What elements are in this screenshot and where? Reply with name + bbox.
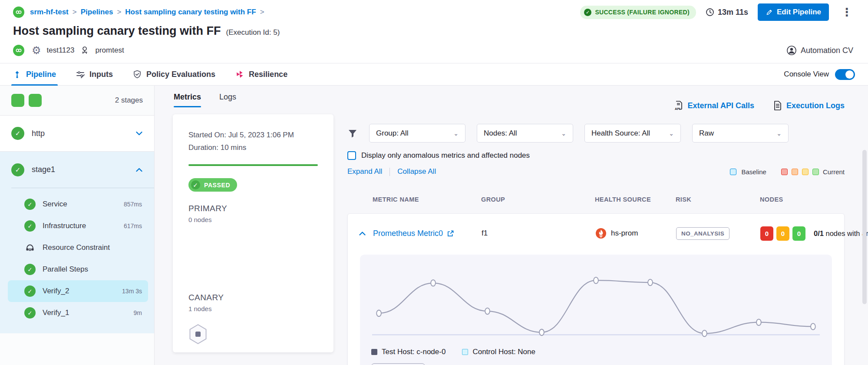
passed-badge: ✓ PASSED xyxy=(188,178,237,192)
stage-name: http xyxy=(32,129,45,138)
canary-label: CANARY xyxy=(188,293,318,302)
console-view-toggle[interactable] xyxy=(835,69,855,80)
group-filter-dropdown[interactable]: Group: All⌄ xyxy=(369,124,465,143)
control-host-swatch xyxy=(462,349,468,355)
stage-status-square xyxy=(29,94,42,107)
stage-row-http[interactable]: ✓ http xyxy=(0,116,154,152)
step-row-resource-constraint[interactable]: Resource Constraint xyxy=(8,237,148,259)
step-label: Infrastructure xyxy=(43,222,86,230)
stage-name: stage1 xyxy=(32,165,55,174)
resilience-icon xyxy=(235,70,244,79)
metric-name-link[interactable]: Prometheus Metric0 xyxy=(373,229,482,238)
metric-group: f1 xyxy=(482,229,595,238)
data-mode-dropdown[interactable]: Raw⌄ xyxy=(692,124,789,143)
baseline-legend-label: Baseline xyxy=(741,168,766,176)
step-row-infrastructure[interactable]: ✓ Infrastructure 617ms xyxy=(8,215,148,237)
breadcrumb-separator: > xyxy=(117,8,121,17)
success-check-icon: ✓ xyxy=(24,264,36,275)
nodes-cell: 0 0 0 0/1 nodes with anomalous metric xyxy=(760,226,868,241)
metrics-panel: API External API Calls Execution Logs Gr… xyxy=(343,86,868,365)
clock-icon xyxy=(706,8,714,17)
console-view-label: Console View xyxy=(784,70,829,79)
steps-list: ✓ Service 857ms ✓ Infrastructure 617ms R… xyxy=(0,188,154,324)
step-label: Verify_2 xyxy=(43,287,69,295)
primary-label: PRIMARY xyxy=(188,204,318,213)
pipeline-icon xyxy=(13,70,21,79)
current-orange-swatch xyxy=(792,169,798,175)
stage-row-stage1[interactable]: ✓ stage1 xyxy=(0,152,154,188)
anomalous-only-checkbox[interactable] xyxy=(347,151,356,160)
breadcrumb-pipeline-name[interactable]: Host sampling canary testing with FF xyxy=(125,8,256,17)
triggered-by-user: Automation CV xyxy=(801,46,853,55)
health-source-filter-dropdown[interactable]: Health Source: All⌄ xyxy=(584,124,681,143)
canary-node-count: 1 nodes xyxy=(188,305,318,312)
title-row: Host sampling canary testing with FF (Ex… xyxy=(0,19,868,38)
canary-node-hexagon[interactable] xyxy=(188,324,318,346)
test-host-swatch xyxy=(371,349,377,355)
status-badge: ✓ SUCCESS (FAILURE IGNORED) xyxy=(580,6,696,19)
execution-logs-link[interactable]: Execution Logs xyxy=(773,100,845,111)
prometheus-icon xyxy=(595,228,607,239)
expand-all-link[interactable]: Expand All xyxy=(347,167,382,176)
filter-icon xyxy=(347,128,358,139)
edit-pipeline-button[interactable]: Edit Pipeline xyxy=(758,3,829,21)
tab-inputs[interactable]: Inputs xyxy=(76,63,113,85)
chevron-down-icon: ⌄ xyxy=(453,130,459,137)
col-group: GROUP xyxy=(481,196,595,203)
current-red-swatch xyxy=(781,169,788,175)
main-tabbar: Pipeline Inputs Policy Evaluations Resil… xyxy=(0,63,868,86)
chevron-down-icon[interactable] xyxy=(135,131,143,136)
kebab-menu-icon[interactable]: ⋮ xyxy=(838,9,855,15)
nodes-filter-dropdown[interactable]: Nodes: All⌄ xyxy=(477,124,573,143)
test-host-legend: Test Host: c-node-0 xyxy=(371,348,446,356)
step-row-parallel-steps[interactable]: ✓ Parallel Steps xyxy=(8,259,148,280)
breadcrumb-row: srm-hf-test > Pipelines > Host sampling … xyxy=(0,0,868,19)
environment-icon xyxy=(80,46,89,55)
execution-sidebar: 2 stages ✓ http ✓ stage1 xyxy=(0,86,155,365)
stage-status-square xyxy=(11,94,24,107)
external-api-calls-link[interactable]: API External API Calls xyxy=(674,100,754,111)
tab-logs[interactable]: Logs xyxy=(219,93,236,107)
breadcrumb-separator: > xyxy=(73,8,77,17)
step-row-verify-1[interactable]: ✓ Verify_1 9m xyxy=(8,302,148,324)
tab-policy-evaluations[interactable]: Policy Evaluations xyxy=(133,63,215,85)
breadcrumb-pipelines[interactable]: Pipelines xyxy=(81,8,113,17)
baseline-legend-swatch xyxy=(730,169,736,175)
tab-resilience[interactable]: Resilience xyxy=(235,63,287,85)
divider xyxy=(389,168,390,176)
tab-pipeline[interactable]: Pipeline xyxy=(13,63,56,85)
no-analysis-row: NO ANALYSIS No control data to compare a… xyxy=(371,363,821,365)
chevron-down-icon: ⌄ xyxy=(561,130,566,137)
success-check-icon: ✓ xyxy=(24,199,36,210)
success-check-icon: ✓ xyxy=(24,307,36,319)
collapse-row-chevron-icon[interactable] xyxy=(348,231,373,236)
scrollbar-thumb[interactable] xyxy=(862,150,867,304)
collapse-all-link[interactable]: Collapse All xyxy=(397,167,436,176)
risk-badge: NO_ANALYSIS xyxy=(676,227,729,240)
main-content: 2 stages ✓ http ✓ stage1 xyxy=(0,86,868,365)
step-row-service[interactable]: ✓ Service 857ms xyxy=(8,193,148,215)
api-document-icon: API xyxy=(674,100,683,111)
step-row-verify-2[interactable]: ✓ Verify_2 13m 3s xyxy=(8,280,148,302)
tab-metrics[interactable]: Metrics xyxy=(174,93,201,107)
started-on: Started On: Jul 5, 2023 1:06 PM xyxy=(188,129,318,141)
pencil-icon xyxy=(766,9,773,16)
breadcrumb-separator: > xyxy=(260,8,264,17)
metric-chart-panel: Test Host: c-node-0 Control Host: None N… xyxy=(360,255,832,365)
current-yellow-swatch xyxy=(802,169,809,175)
breadcrumb-project[interactable]: srm-hf-test xyxy=(30,8,69,17)
chevron-up-icon[interactable] xyxy=(135,167,143,173)
stages-summary: 2 stages xyxy=(0,86,154,116)
green-node-count: 0 xyxy=(792,226,805,241)
health-source-name: hs-prom xyxy=(611,229,638,238)
breadcrumb: srm-hf-test > Pipelines > Host sampling … xyxy=(13,7,264,18)
duration: Duration: 10 mins xyxy=(188,141,318,154)
pipeline-execution-page: srm-hf-test > Pipelines > Host sampling … xyxy=(0,0,868,365)
step-duration: 857ms xyxy=(124,201,142,208)
resource-constraint-icon xyxy=(24,242,36,253)
verify-summary-panel: Metrics Logs Started On: Jul 5, 2023 1:0… xyxy=(155,86,343,365)
nodes-summary: 0/1 nodes with anomalous metric xyxy=(814,229,868,238)
step-duration: 13m 3s xyxy=(122,288,142,295)
anomalous-filter-row: Display only anomalous metrics and affec… xyxy=(347,151,845,160)
meta-left: ⚙ test1123 promtest xyxy=(13,45,124,56)
